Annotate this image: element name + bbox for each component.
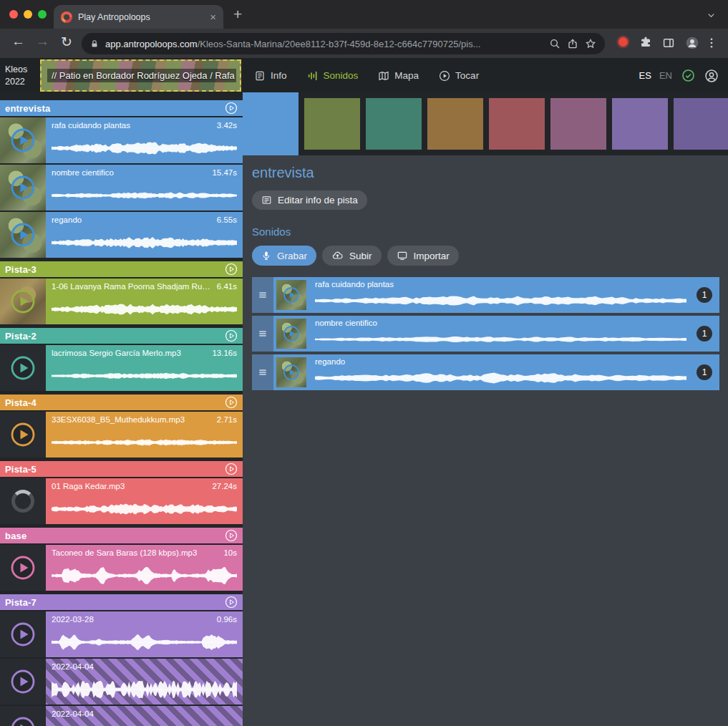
track-base: baseTaconeo de Sara Baras (128 kbps).mp3… bbox=[0, 528, 243, 591]
clip-thumbnail[interactable] bbox=[0, 611, 46, 657]
minimize-window-button[interactable] bbox=[24, 10, 32, 19]
drag-handle-icon[interactable] bbox=[252, 277, 273, 313]
track-play-button[interactable] bbox=[225, 396, 238, 409]
track-color-tab-7[interactable] bbox=[674, 98, 728, 150]
track-color-tab-1[interactable] bbox=[304, 98, 360, 150]
share-icon[interactable] bbox=[567, 38, 578, 49]
sound-row[interactable]: rafa cuidando plantas1 bbox=[252, 277, 719, 313]
clip-thumbnail[interactable] bbox=[0, 279, 46, 324]
zoom-icon[interactable] bbox=[549, 38, 560, 49]
clip[interactable]: 1-06 Lavanya Rama Poorna Shadjam Rupak..… bbox=[0, 279, 243, 324]
clip-duration: 13.16s bbox=[212, 349, 237, 357]
track-play-button[interactable] bbox=[225, 102, 238, 115]
track-color-tab-5[interactable] bbox=[550, 98, 606, 150]
clip[interactable]: lacrimosa Sergio García Merlo.mp313.16s bbox=[0, 345, 243, 391]
play-circle-icon bbox=[225, 463, 238, 475]
nav-sonidos[interactable]: Sonidos bbox=[307, 70, 359, 82]
track-name: Pista-3 bbox=[5, 264, 225, 275]
track-header[interactable]: Pista-3 bbox=[0, 261, 243, 277]
clip-body: nombre cientifico15.47s bbox=[46, 165, 243, 210]
side-panel-icon[interactable] bbox=[662, 37, 675, 49]
import-button[interactable]: Importar bbox=[387, 246, 459, 266]
track-header[interactable]: base bbox=[0, 528, 243, 543]
track-color-tab-2[interactable] bbox=[366, 98, 422, 150]
track-Pista-7: Pista-72022-03-280.96s2022-04-042022-04-… bbox=[0, 594, 243, 726]
drag-handle-icon[interactable] bbox=[252, 354, 273, 390]
clip-name: 01 Raga Kedar.mp3 bbox=[52, 482, 125, 490]
browser-tab[interactable]: Play Antropoloops × bbox=[54, 5, 223, 29]
sound-row[interactable]: regando1 bbox=[252, 354, 719, 390]
track-Pista-3: Pista-31-06 Lavanya Rama Poorna Shadjam … bbox=[0, 261, 243, 324]
clip[interactable]: rafa cuidando plantas3.42s bbox=[0, 117, 243, 163]
tab-close-icon[interactable]: × bbox=[210, 11, 216, 22]
track-color-tab-4[interactable] bbox=[489, 98, 545, 150]
clip-thumbnail[interactable] bbox=[0, 345, 46, 391]
clip[interactable]: regando6.55s bbox=[0, 212, 243, 258]
clip-thumbnail[interactable] bbox=[0, 478, 46, 524]
clip-duration: 6.41s bbox=[217, 282, 237, 291]
lang-es[interactable]: ES bbox=[639, 70, 651, 81]
track-header[interactable]: Pista-2 bbox=[0, 328, 243, 344]
back-button[interactable]: ← bbox=[11, 34, 25, 49]
upload-button[interactable]: Subir bbox=[322, 246, 382, 266]
nav-mapa[interactable]: Mapa bbox=[378, 70, 419, 82]
clip-thumbnail[interactable] bbox=[0, 659, 46, 705]
sound-actions: Grabar Subir Importar bbox=[252, 246, 719, 266]
track-play-button[interactable] bbox=[225, 529, 238, 542]
clip-thumbnail[interactable] bbox=[0, 117, 46, 163]
clip[interactable]: 2022-03-280.96s bbox=[0, 611, 243, 657]
reload-button[interactable]: ↻ bbox=[61, 34, 72, 50]
extensions-puzzle-icon[interactable] bbox=[639, 36, 652, 49]
clip-thumbnail[interactable] bbox=[0, 165, 46, 210]
clip[interactable]: Taconeo de Sara Baras (128 kbps).mp310s bbox=[0, 545, 243, 591]
forward-button[interactable]: → bbox=[36, 34, 49, 49]
sound-row[interactable]: nombre cientifico1 bbox=[252, 316, 719, 352]
clip-thumbnail[interactable] bbox=[0, 212, 46, 258]
clip-thumbnail[interactable] bbox=[0, 412, 46, 458]
tab-search-chevron-icon[interactable] bbox=[706, 10, 717, 24]
nav-tocar[interactable]: Tocar bbox=[439, 70, 479, 82]
nav-info[interactable]: Info bbox=[254, 70, 287, 82]
record-label: Grabar bbox=[277, 251, 307, 261]
track-play-button[interactable] bbox=[225, 329, 238, 342]
track-header[interactable]: Pista-5 bbox=[0, 461, 243, 477]
fullscreen-window-button[interactable] bbox=[38, 10, 47, 19]
track-header[interactable]: Pista-4 bbox=[0, 395, 243, 410]
clip-thumbnail[interactable] bbox=[276, 357, 306, 387]
waveform bbox=[315, 330, 686, 349]
clip[interactable]: 2022-04-04 bbox=[0, 659, 243, 705]
bookmark-star-icon[interactable] bbox=[585, 38, 596, 49]
clip-thumbnail[interactable] bbox=[0, 545, 46, 591]
recording-extension-icon[interactable] bbox=[618, 37, 628, 47]
clip[interactable]: 33ESX6038_B5_Muthedukkum.mp32.71s bbox=[0, 412, 243, 458]
track-color-tab-0[interactable] bbox=[243, 92, 299, 155]
browser-menu-icon[interactable] bbox=[705, 37, 718, 49]
clip-name: 2022-04-04 bbox=[52, 710, 94, 718]
clip[interactable]: 01 Raga Kedar.mp327.24s bbox=[0, 478, 243, 524]
clip-thumbnail[interactable] bbox=[276, 319, 306, 349]
profile-avatar[interactable] bbox=[685, 36, 699, 50]
new-tab-button[interactable]: + bbox=[233, 6, 242, 23]
track-play-button[interactable] bbox=[225, 463, 238, 475]
track-color-tab-6[interactable] bbox=[612, 98, 668, 150]
record-button[interactable]: Grabar bbox=[252, 246, 316, 266]
track-header[interactable]: entrevista bbox=[0, 100, 243, 116]
project-map-thumbnail[interactable]: // Patio en Bordador Rodríguez Ojeda / R… bbox=[40, 59, 241, 92]
account-circle-icon[interactable] bbox=[704, 69, 719, 83]
address-bar[interactable]: app.antropoloops.com/Kleos-Santa-Marina/… bbox=[82, 33, 605, 54]
clip[interactable]: 2022-04-04 bbox=[0, 706, 243, 726]
drag-handle-icon[interactable] bbox=[252, 316, 273, 352]
track-play-button[interactable] bbox=[225, 263, 238, 276]
check-circle-icon[interactable] bbox=[681, 69, 695, 82]
track-color-tab-3[interactable] bbox=[427, 98, 483, 150]
edit-track-info-button[interactable]: Editar info de pista bbox=[252, 190, 367, 210]
sounds-section-label: Sonidos bbox=[252, 226, 719, 238]
track-header[interactable]: Pista-7 bbox=[0, 594, 243, 610]
track-play-button[interactable] bbox=[225, 596, 238, 609]
clip-body: 2022-04-04 bbox=[46, 659, 243, 705]
close-window-button[interactable] bbox=[9, 10, 18, 19]
clip-thumbnail[interactable] bbox=[0, 706, 46, 726]
lang-en[interactable]: EN bbox=[659, 70, 672, 81]
clip-thumbnail[interactable] bbox=[276, 280, 306, 310]
clip[interactable]: nombre cientifico15.47s bbox=[0, 165, 243, 210]
